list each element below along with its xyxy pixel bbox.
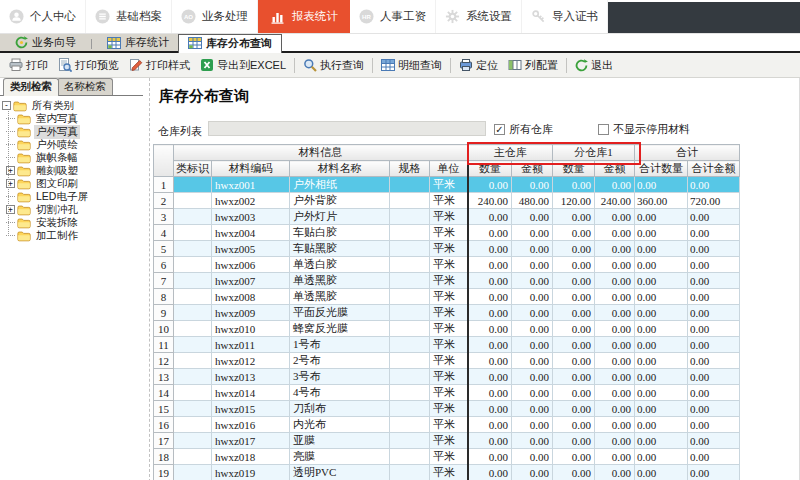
wizard-button[interactable]: 业务向导 — [6, 34, 85, 51]
main-wh-qty-cell[interactable]: 0.00 — [468, 449, 512, 465]
row-number-cell[interactable]: 18 — [154, 449, 174, 465]
table-row[interactable]: 19hwxz019透明PVC平米0.000.000.000.000.000.00 — [154, 465, 740, 480]
row-number-cell[interactable]: 10 — [154, 321, 174, 337]
sub-wh1-qty-cell[interactable]: 0.00 — [553, 385, 595, 401]
main-wh-qty-cell[interactable]: 240.00 — [468, 193, 512, 209]
main-wh-qty-cell[interactable]: 0.00 — [468, 353, 512, 369]
flag-cell[interactable] — [174, 257, 212, 273]
row-number-cell[interactable]: 5 — [154, 241, 174, 257]
sub-wh1-qty-cell[interactable]: 0.00 — [553, 449, 595, 465]
unit-cell[interactable]: 平米 — [430, 353, 468, 369]
unit-cell[interactable]: 平米 — [430, 337, 468, 353]
sub-wh1-amount-cell[interactable]: 0.00 — [595, 465, 635, 480]
table-row[interactable]: 4hwxz004车贴白胶平米0.000.000.000.000.000.00 — [154, 225, 740, 241]
row-number-cell[interactable]: 1 — [154, 177, 174, 193]
sub-wh1-amount-cell[interactable]: 0.00 — [595, 257, 635, 273]
main-wh-amount-cell[interactable]: 0.00 — [512, 401, 553, 417]
table-row[interactable]: 11hwxz0111号布平米0.000.000.000.000.000.00 — [154, 337, 740, 353]
sub-wh1-qty-cell[interactable]: 0.00 — [553, 321, 595, 337]
main-wh-qty-cell[interactable]: 0.00 — [468, 337, 512, 353]
row-number-cell[interactable]: 9 — [154, 305, 174, 321]
unit-cell[interactable]: 平米 — [430, 193, 468, 209]
spec-cell[interactable] — [390, 417, 430, 433]
total-amount-cell[interactable]: 0.00 — [688, 385, 740, 401]
sub-wh1-qty-cell[interactable]: 0.00 — [553, 273, 595, 289]
material-code-cell[interactable]: hwxz015 — [212, 401, 290, 417]
flag-cell[interactable] — [174, 321, 212, 337]
sub-wh1-qty-cell[interactable]: 0.00 — [553, 177, 595, 193]
tree-item-1[interactable]: 室内写真 — [2, 112, 141, 125]
total-qty-cell[interactable]: 0.00 — [635, 385, 688, 401]
sub-wh1-amount-cell[interactable]: 0.00 — [595, 209, 635, 225]
flag-cell[interactable] — [174, 209, 212, 225]
material-name-cell[interactable]: 单透黑胶 — [290, 289, 390, 305]
nav-item-6[interactable]: 系统设置 — [436, 0, 522, 33]
sub-wh1-amount-cell[interactable]: 0.00 — [595, 289, 635, 305]
main-wh-qty-cell[interactable]: 0.00 — [468, 225, 512, 241]
row-number-cell[interactable]: 11 — [154, 337, 174, 353]
total-qty-cell[interactable]: 0.00 — [635, 401, 688, 417]
tree-item-2[interactable]: 户外写真 — [2, 125, 141, 138]
total-amount-cell[interactable]: 0.00 — [688, 353, 740, 369]
total-amount-cell[interactable]: 0.00 — [688, 465, 740, 480]
nav-item-1[interactable]: 个人中心 — [0, 0, 86, 33]
nav-item-3[interactable]: AO业务处理 — [172, 0, 258, 33]
row-number-cell[interactable]: 19 — [154, 465, 174, 480]
row-number-cell[interactable]: 4 — [154, 225, 174, 241]
row-number-cell[interactable]: 12 — [154, 353, 174, 369]
main-wh-amount-cell[interactable]: 0.00 — [512, 241, 553, 257]
material-name-cell[interactable]: 户外相纸 — [290, 177, 390, 193]
flag-cell[interactable] — [174, 449, 212, 465]
tree-root[interactable]: -所有类别 — [2, 99, 141, 112]
material-code-cell[interactable]: hwxz009 — [212, 305, 290, 321]
table-row[interactable]: 12hwxz0122号布平米0.000.000.000.000.000.00 — [154, 353, 740, 369]
flag-cell[interactable] — [174, 193, 212, 209]
unit-cell[interactable]: 平米 — [430, 289, 468, 305]
unit-cell[interactable]: 平米 — [430, 369, 468, 385]
toolbar-button-导出到EXCEL[interactable]: 导出到EXCEL — [195, 56, 291, 75]
material-name-cell[interactable]: 刀刮布 — [290, 401, 390, 417]
material-code-cell[interactable]: hwxz007 — [212, 273, 290, 289]
unit-cell[interactable]: 平米 — [430, 417, 468, 433]
material-name-cell[interactable]: 车贴黑胶 — [290, 241, 390, 257]
spec-cell[interactable] — [390, 289, 430, 305]
total-amount-cell[interactable]: 0.00 — [688, 369, 740, 385]
spec-cell[interactable] — [390, 449, 430, 465]
main-wh-amount-cell[interactable]: 0.00 — [512, 225, 553, 241]
table-row[interactable]: 1hwxz001户外相纸平米0.000.000.000.000.000.00 — [154, 177, 740, 193]
material-name-cell[interactable]: 2号布 — [290, 353, 390, 369]
row-number-cell[interactable]: 13 — [154, 369, 174, 385]
sub-wh1-amount-cell[interactable]: 0.00 — [595, 401, 635, 417]
unit-cell[interactable]: 平米 — [430, 385, 468, 401]
total-qty-cell[interactable]: 0.00 — [635, 241, 688, 257]
main-wh-qty-cell[interactable]: 0.00 — [468, 257, 512, 273]
sub-wh1-amount-cell[interactable]: 0.00 — [595, 177, 635, 193]
main-wh-qty-cell[interactable]: 0.00 — [468, 177, 512, 193]
main-wh-qty-cell[interactable]: 0.00 — [468, 465, 512, 480]
table-row[interactable]: 16hwxz016内光布平米0.000.000.000.000.000.00 — [154, 417, 740, 433]
nav-item-4[interactable]: 报表统计 — [258, 0, 350, 33]
main-wh-qty-cell[interactable]: 0.00 — [468, 417, 512, 433]
toolbar-button-定位[interactable]: 定位 — [454, 56, 503, 75]
flag-cell[interactable] — [174, 337, 212, 353]
main-wh-amount-cell[interactable]: 0.00 — [512, 305, 553, 321]
material-code-cell[interactable]: hwxz004 — [212, 225, 290, 241]
sub-wh1-qty-cell[interactable]: 0.00 — [553, 433, 595, 449]
total-qty-cell[interactable]: 0.00 — [635, 369, 688, 385]
spec-cell[interactable] — [390, 257, 430, 273]
sub-wh1-qty-cell[interactable]: 0.00 — [553, 417, 595, 433]
flag-cell[interactable] — [174, 465, 212, 480]
total-amount-cell[interactable]: 0.00 — [688, 401, 740, 417]
sub-wh1-amount-cell[interactable]: 0.00 — [595, 321, 635, 337]
row-number-cell[interactable]: 15 — [154, 401, 174, 417]
nav-item-5[interactable]: HR人事工资 — [350, 0, 436, 33]
tree-item-6[interactable]: +图文印刷 — [2, 177, 141, 190]
main-wh-qty-cell[interactable]: 0.00 — [468, 369, 512, 385]
flag-cell[interactable] — [174, 289, 212, 305]
table-row[interactable]: 8hwxz008单透黑胶平米0.000.000.000.000.000.00 — [154, 289, 740, 305]
table-row[interactable]: 18hwxz018亮膜平米0.000.000.000.000.000.00 — [154, 449, 740, 465]
minus-expander-icon[interactable]: - — [2, 101, 11, 110]
main-wh-amount-cell[interactable]: 0.00 — [512, 433, 553, 449]
sub-wh1-amount-cell[interactable]: 240.00 — [595, 193, 635, 209]
total-amount-cell[interactable]: 0.00 — [688, 289, 740, 305]
